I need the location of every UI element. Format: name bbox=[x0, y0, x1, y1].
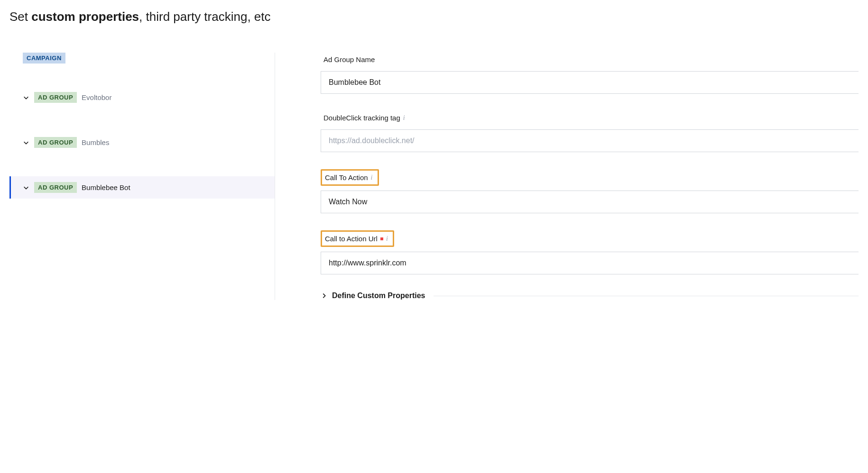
page-title: Set custom properties, third party track… bbox=[9, 9, 859, 24]
info-icon[interactable]: i bbox=[371, 174, 373, 182]
title-prefix: Set bbox=[9, 9, 31, 24]
chevron-down-icon bbox=[23, 94, 29, 101]
ad-group-name-label: Ad Group Name bbox=[321, 53, 379, 66]
adgroup-badge: AD GROUP bbox=[34, 92, 77, 103]
sidebar-item-label: Bumblebee Bot bbox=[82, 183, 130, 191]
cta-url-label: Call to Action Url i bbox=[321, 230, 394, 247]
tracking-tag-input[interactable] bbox=[321, 129, 859, 152]
adgroup-badge: AD GROUP bbox=[34, 137, 77, 148]
title-suffix: , third party tracking, etc bbox=[139, 9, 270, 24]
chevron-right-icon bbox=[321, 292, 327, 299]
field-cta-url: Call to Action Url i bbox=[321, 230, 859, 274]
ad-group-name-input[interactable] bbox=[321, 71, 859, 94]
title-bold: custom properties bbox=[31, 9, 139, 24]
custom-properties-label: Define Custom Properties bbox=[332, 291, 425, 300]
chevron-down-icon bbox=[23, 139, 29, 146]
cta-url-input[interactable] bbox=[321, 252, 859, 274]
call-to-action-label: Call To Action i bbox=[321, 169, 379, 186]
divider bbox=[434, 296, 859, 296]
campaign-badge[interactable]: CAMPAIGN bbox=[23, 53, 65, 64]
adgroup-badge: AD GROUP bbox=[34, 182, 77, 193]
sidebar-item-bumbles[interactable]: AD GROUP Bumbles bbox=[23, 131, 265, 154]
field-call-to-action: Call To Action i bbox=[321, 169, 859, 213]
tracking-tag-label: DoubleClick tracking tag i bbox=[321, 111, 410, 125]
sidebar-item-evoltobor[interactable]: AD GROUP Evoltobor bbox=[23, 86, 265, 109]
call-to-action-value[interactable] bbox=[321, 191, 859, 213]
info-icon[interactable]: i bbox=[403, 114, 405, 122]
define-custom-properties-toggle[interactable]: Define Custom Properties bbox=[321, 291, 859, 300]
info-icon[interactable]: i bbox=[386, 235, 388, 243]
sidebar-item-label: Evoltobor bbox=[82, 93, 111, 101]
chevron-down-icon bbox=[23, 184, 29, 191]
field-ad-group-name: Ad Group Name bbox=[321, 53, 859, 94]
main-form: Ad Group Name DoubleClick tracking tag i… bbox=[275, 53, 859, 300]
call-to-action-select[interactable] bbox=[321, 191, 859, 213]
sidebar-item-bumblebee-bot[interactable]: AD GROUP Bumblebee Bot bbox=[9, 176, 275, 199]
field-tracking-tag: DoubleClick tracking tag i bbox=[321, 111, 859, 152]
required-indicator bbox=[380, 237, 383, 240]
sidebar: CAMPAIGN AD GROUP Evoltobor AD GROUP Bum… bbox=[9, 53, 275, 300]
sidebar-item-label: Bumbles bbox=[82, 138, 109, 146]
